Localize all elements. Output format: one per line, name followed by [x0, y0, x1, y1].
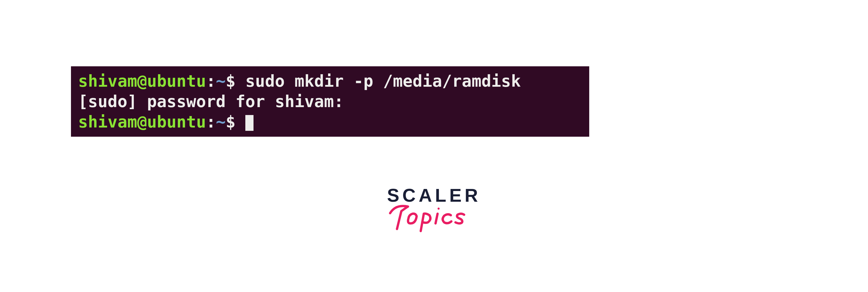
terminal-line: shivam@ubuntu:~$ [78, 112, 582, 132]
prompt-colon: : [206, 72, 216, 90]
command-text [236, 112, 246, 131]
terminal-line: [sudo] password for shivam: [78, 91, 582, 112]
logo-scaler-text: SCALER [385, 186, 483, 205]
terminal-line: shivam@ubuntu:~$ sudo mkdir -p /media/ra… [78, 71, 582, 91]
prompt-path: ~ [216, 72, 226, 90]
prompt-user-host: shivam@ubuntu [78, 112, 206, 131]
terminal-window[interactable]: shivam@ubuntu:~$ sudo mkdir -p /media/ra… [71, 66, 589, 137]
prompt-dollar: $ [226, 112, 236, 131]
logo-topics-script [385, 201, 483, 236]
scaler-topics-logo: SCALER [385, 186, 483, 236]
command-text: sudo mkdir -p /media/ramdisk [236, 72, 521, 90]
prompt-path: ~ [216, 112, 226, 131]
terminal-cursor [245, 115, 253, 131]
sudo-password-prompt: [sudo] password for shivam: [78, 92, 344, 111]
prompt-colon: : [206, 112, 216, 131]
prompt-user-host: shivam@ubuntu [78, 72, 206, 90]
svg-point-0 [438, 208, 440, 210]
prompt-dollar: $ [226, 72, 236, 90]
